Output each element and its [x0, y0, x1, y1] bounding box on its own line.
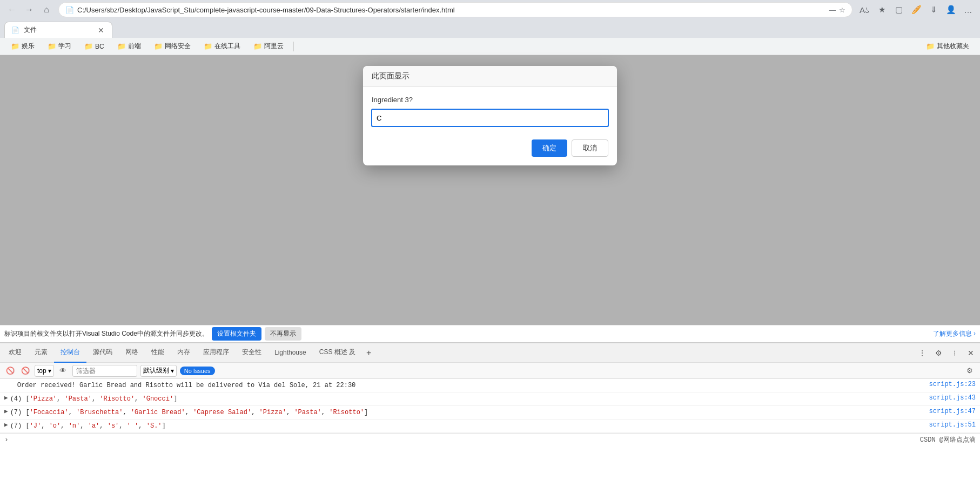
bookmarks-right: 📁 其他收藏夹	[922, 40, 974, 52]
console-toolbar: 🚫 🚫 top ▾ 👁 默认级别 ▾ No Issues ⚙	[0, 363, 980, 379]
devtools-dock-icon[interactable]: ⁝	[948, 346, 962, 360]
devtools-tab-icons: ⋮ ⚙ ⁝ ✕	[915, 346, 978, 360]
bookmark-item-study[interactable]: 📁 学习	[43, 40, 76, 52]
devtools-tab-application[interactable]: 应用程序	[197, 343, 236, 363]
bookmark-label: 在线工具	[214, 42, 240, 51]
tab-label: CSS 概述 及	[319, 348, 355, 357]
devtools-tab-memory[interactable]: 内存	[171, 343, 197, 363]
banner-text: 标识项目的根文件夹以打开Visual Studio Code中的源文件并同步更改…	[4, 329, 209, 338]
favorites-btn[interactable]: ★	[874, 2, 889, 17]
bookmark-item-netsec[interactable]: 📁 网络安全	[150, 40, 195, 52]
settings-btn[interactable]: …	[961, 2, 976, 17]
devtools-tab-performance[interactable]: 性能	[145, 343, 171, 363]
title-bar-right: AᲐ ★ ▢ 🥖 ⇓ 👤 …	[857, 2, 976, 17]
address-bar[interactable]: 📄 C:/Users/sbz/Desktop/JavaScript_Stu/co…	[58, 2, 853, 17]
downloads-btn[interactable]: ⇓	[926, 2, 941, 17]
home-button[interactable]: ⌂	[39, 2, 54, 17]
collections-btn[interactable]: ▢	[891, 2, 907, 17]
console-prompt-icon: ›	[4, 436, 9, 444]
clear-console-icon[interactable]: 🚫	[4, 365, 16, 377]
console-link-2[interactable]: script.js:43	[929, 394, 976, 402]
bookmark-item-aliyun[interactable]: 📁 阿里云	[249, 40, 288, 52]
devtools-tab-welcome[interactable]: 欢迎	[2, 343, 28, 363]
folder-icon: 📁	[204, 42, 212, 50]
folder-icon: 📁	[154, 42, 163, 50]
filter-input[interactable]	[72, 365, 137, 377]
address-bar-container: 📄 C:/Users/sbz/Desktop/JavaScript_Stu/co…	[58, 2, 853, 17]
bookmark-item-onlinetools[interactable]: 📁 在线工具	[199, 40, 245, 52]
eye-icon[interactable]: 👁	[57, 365, 69, 377]
devtools-tab-console[interactable]: 控制台	[54, 343, 86, 363]
reader-icon: ⸻	[829, 6, 836, 14]
bookmark-item-bc[interactable]: 📁 BC	[80, 41, 109, 52]
bookmarks-divider	[293, 42, 294, 51]
context-selector[interactable]: top ▾	[35, 365, 54, 377]
log-level-selector[interactable]: 默认级别 ▾	[140, 365, 177, 377]
devtools-tab-security[interactable]: 安全性	[236, 343, 268, 363]
folder-icon: 📁	[926, 42, 935, 50]
devtools-tab-elements[interactable]: 元素	[28, 343, 54, 363]
issues-badge[interactable]: No Issues	[180, 367, 215, 375]
tab-label: 应用程序	[203, 348, 229, 357]
console-link-1[interactable]: script.js:23	[929, 381, 976, 388]
devtools-tab-sources[interactable]: 源代码	[86, 343, 119, 363]
devtools-tab-css[interactable]: CSS 概述 及	[313, 343, 362, 363]
dialog-input[interactable]	[372, 109, 608, 127]
devtools-more-icon[interactable]: ⋮	[915, 346, 929, 360]
tab-label: 性能	[151, 348, 164, 357]
console-input-placeholder[interactable]	[11, 436, 920, 444]
expand-icon-2[interactable]: ▶	[4, 394, 8, 401]
expand-icon-4[interactable]: ▶	[4, 421, 8, 428]
devtools-tab-lighthouse[interactable]: Lighthouse	[268, 343, 313, 363]
close-tab-button[interactable]: ✕	[97, 26, 105, 35]
folder-icon: 📁	[11, 42, 19, 50]
confirm-button[interactable]: 确定	[532, 139, 567, 157]
folder-icon: 📁	[48, 42, 56, 50]
back-button[interactable]: ←	[4, 2, 19, 17]
expand-icon-1	[4, 381, 15, 387]
level-label: 默认级别	[143, 366, 169, 375]
dialog-body: Ingredient 3?	[363, 87, 617, 135]
filter-container	[72, 365, 137, 377]
expand-icon-3[interactable]: ▶	[4, 408, 8, 415]
folder-icon: 📁	[117, 42, 126, 50]
console-link-4[interactable]: script.js:51	[929, 421, 976, 429]
set-root-button[interactable]: 设置根文件夹	[212, 327, 261, 341]
bookmark-item-other[interactable]: 📁 其他收藏夹	[922, 40, 974, 52]
devtools-close-icon[interactable]: ✕	[964, 346, 978, 360]
tab-label: Lighthouse	[274, 349, 306, 356]
tabs-bar: 📄 文件 ✕	[0, 19, 980, 38]
console-input-line: › CSDN @网络点点滴	[0, 433, 980, 446]
bookmark-label: 学习	[58, 42, 71, 51]
devtools-tab-network[interactable]: 网络	[119, 343, 145, 363]
devtools-settings-icon[interactable]: ⚙	[931, 346, 945, 360]
address-lock-icon: 📄	[65, 6, 74, 14]
profile-btn[interactable]: 👤	[943, 2, 958, 17]
dialog-label: Ingredient 3?	[372, 96, 608, 104]
bookmark-label: 网络安全	[165, 42, 191, 51]
gear-icon[interactable]: ⚙	[964, 365, 976, 377]
console-line-1: Order received! Garlic Bread and Risotto…	[0, 379, 980, 392]
browser-dialog: 此页面显示 Ingredient 3? 确定 取消	[363, 66, 617, 165]
tab-label: 源代码	[93, 348, 112, 357]
bookmark-item-frontend[interactable]: 📁 前端	[113, 40, 145, 52]
active-tab[interactable]: 📄 文件 ✕	[4, 22, 112, 38]
tab-label: 安全性	[242, 348, 261, 357]
console-toolbar-right: ⚙	[964, 365, 976, 377]
extensions-btn[interactable]: 🥖	[909, 2, 924, 17]
bookmark-label: 前端	[128, 42, 141, 51]
hide-button[interactable]: 不再显示	[265, 327, 301, 341]
forward-button[interactable]: →	[22, 2, 37, 17]
filter-icon[interactable]: 🚫	[19, 365, 31, 377]
tab-favicon: 📄	[11, 26, 19, 34]
console-link-3[interactable]: script.js:47	[929, 408, 976, 415]
bookmark-item-entertainment[interactable]: 📁 娱乐	[6, 40, 39, 52]
context-dropdown-icon: ▾	[48, 367, 51, 375]
more-info-link[interactable]: 了解更多信息 ›	[933, 329, 976, 338]
dialog-title: 此页面显示	[372, 71, 410, 80]
cancel-button[interactable]: 取消	[572, 139, 608, 157]
tab-title: 文件	[24, 25, 92, 35]
bookmark-label: 娱乐	[22, 42, 35, 51]
font-btn[interactable]: AᲐ	[857, 2, 872, 17]
add-tab-button[interactable]: +	[362, 348, 375, 358]
